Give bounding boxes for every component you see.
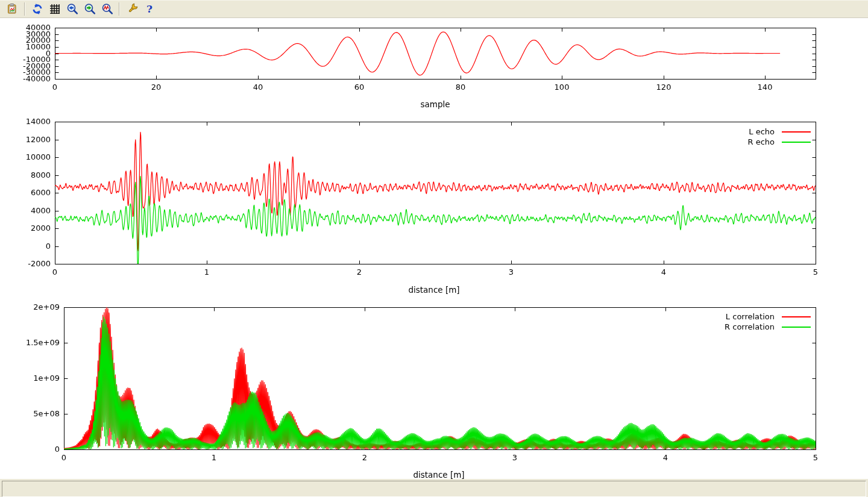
clipboard-icon <box>7 3 19 15</box>
legend-label: L correlation <box>726 312 775 321</box>
legend-label: R correlation <box>725 322 775 331</box>
question-mark-icon: ? <box>143 3 156 15</box>
status-text <box>2 481 866 497</box>
svg-text:?: ? <box>146 3 153 15</box>
chart1-xlabel: sample <box>420 99 450 109</box>
chart3-legend: L correlation R correlation <box>725 311 811 332</box>
status-bar <box>0 479 868 497</box>
chart1-plot-area[interactable] <box>55 28 816 79</box>
legend-entry: R echo <box>747 137 811 147</box>
chart3-xlabel: distance [m] <box>413 470 464 480</box>
replot-button[interactable] <box>29 1 45 17</box>
legend-label: L echo <box>749 127 775 136</box>
legend-entry: R correlation <box>725 322 811 332</box>
configure-button[interactable] <box>124 1 140 17</box>
toolbar: ? <box>0 0 868 18</box>
chart2-xlabel: distance [m] <box>408 285 459 295</box>
legend-line-sample <box>782 142 811 143</box>
magnifier-plot-icon <box>101 3 113 15</box>
legend-line-sample <box>782 316 811 317</box>
help-button[interactable]: ? <box>141 1 157 17</box>
magnifier-right-arrow-icon <box>84 3 96 15</box>
copy-to-clipboard-button[interactable] <box>4 1 20 17</box>
refresh-icon <box>31 3 43 15</box>
legend-line-sample <box>782 327 811 328</box>
toolbar-separator <box>119 2 120 16</box>
toggle-grid-button[interactable] <box>46 1 63 17</box>
zoom-next-button[interactable] <box>81 1 98 17</box>
plot-canvas-region: sample distance [m] distance [m] L echo … <box>0 19 868 479</box>
chart2-legend: L echo R echo <box>747 127 811 147</box>
magnifier-left-arrow-icon <box>66 3 78 15</box>
chart2-plot-area[interactable] <box>55 122 816 264</box>
gnuplot-window: ? sample distance [m] distance [m] L ech… <box>0 0 868 497</box>
grid-icon <box>49 3 61 15</box>
legend-label: R echo <box>747 137 775 146</box>
legend-entry: L correlation <box>725 311 811 322</box>
legend-line-sample <box>782 131 811 133</box>
chart3-plot-area[interactable] <box>64 307 816 449</box>
zoom-previous-button[interactable] <box>64 1 80 17</box>
autoscale-button[interactable] <box>99 1 115 17</box>
toolbar-separator <box>24 2 25 16</box>
legend-entry: L echo <box>747 127 811 137</box>
wrench-icon <box>126 3 138 15</box>
